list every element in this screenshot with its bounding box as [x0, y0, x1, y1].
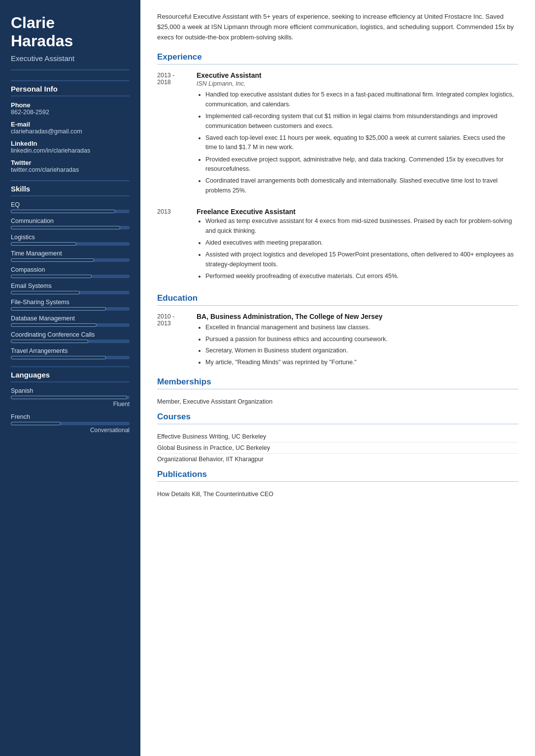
education-bullet: Excelled in financial management and bus… [205, 323, 518, 332]
skill-name: EQ [11, 201, 130, 208]
experience-bullets-list: Worked as temp executive assistant for 4… [197, 217, 518, 281]
skill-item: Communication [11, 218, 130, 229]
experience-company: ISN Lipmann, Inc. [197, 80, 518, 87]
experience-bullet: Coordinated travel arrangements both dom… [205, 176, 518, 195]
skill-item: EQ [11, 201, 130, 213]
sidebar: Clarie Haradas Executive Assistant Perso… [0, 0, 140, 756]
skills-list: EQ Communication Logistics Time Manageme… [11, 201, 130, 359]
skill-bar-fill [11, 210, 115, 213]
skill-bar-fill [11, 307, 106, 311]
skill-item: Compassion [11, 266, 130, 278]
summary-text: Resourceful Executive Assistant with 5+ … [157, 12, 518, 42]
experience-title: Freelance Executive Assistant [197, 208, 518, 216]
membership-item: Member, Executive Assistant Organization [157, 396, 518, 407]
language-bar-fill [11, 422, 61, 425]
language-bar-background [11, 422, 130, 425]
skill-bar-fill [11, 323, 97, 327]
education-section-title: Education [157, 293, 518, 306]
memberships-section-title: Memberships [157, 377, 518, 389]
personal-info-item: Phone862-208-2592 [11, 101, 130, 116]
skill-item: Database Management [11, 315, 130, 327]
experience-section-title: Experience [157, 52, 518, 64]
personal-info-item: E-mailclarieharadas@gmail.com [11, 121, 130, 135]
skill-bar-background [11, 291, 130, 294]
experience-bullet: Provided executive project support, admi… [205, 155, 518, 174]
language-bar-background [11, 396, 130, 399]
skill-name: Communication [11, 218, 130, 224]
skill-bar-fill [11, 258, 94, 262]
language-item: French Conversational [11, 413, 130, 434]
personal-info-item: LinkedInlinkedin.com/in/clarieharadas [11, 140, 130, 154]
publications-section-title: Publications [157, 470, 518, 482]
skill-bar-background [11, 210, 130, 213]
personal-info-label: Phone [11, 101, 130, 109]
personal-info-section-title: Personal Info [11, 80, 130, 96]
education-entry: 2010 -2013 BA, Business Administration, … [157, 313, 518, 369]
experience-bullet: Handled top executive assistant duties f… [205, 90, 518, 109]
personal-info-label: Twitter [11, 159, 130, 166]
experience-bullet: Assisted with project logistics and deve… [205, 250, 518, 269]
skill-bar-fill [11, 226, 120, 229]
skill-name: Time Management [11, 250, 130, 257]
skill-item: Logistics [11, 234, 130, 246]
skills-section-title: Skills [11, 180, 130, 196]
skill-bar-fill [11, 356, 106, 359]
personal-info-label: E-mail [11, 121, 130, 128]
publications-list: How Details Kill, The Counterintuitive C… [157, 489, 518, 500]
course-item: Organizational Behavior, IIT Kharagpur [157, 454, 518, 465]
education-bullets-list: Excelled in financial management and bus… [197, 323, 518, 367]
candidate-title: Executive Assistant [11, 54, 130, 70]
education-list: 2010 -2013 BA, Business Administration, … [157, 313, 518, 369]
language-name: French [11, 413, 130, 420]
experience-entry: 2013 -2018 Executive Assistant ISN Lipma… [157, 71, 518, 198]
experience-bullet: Worked as temp executive assistant for 4… [205, 217, 518, 236]
personal-info-item: Twittertwitter.com/clarieharadas [11, 159, 130, 173]
main-content: Resourceful Executive Assistant with 5+ … [140, 0, 535, 756]
personal-info-label: LinkedIn [11, 140, 130, 147]
resume-container: Clarie Haradas Executive Assistant Perso… [0, 0, 535, 756]
skill-item: Time Management [11, 250, 130, 262]
languages-section-title: Languages [11, 366, 130, 382]
languages-list: Spanish Fluent French Conversational [11, 387, 130, 434]
experience-title: Executive Assistant [197, 71, 518, 79]
skill-item: Travel Arrangements [11, 347, 130, 359]
personal-info-list: Phone862-208-2592E-mailclarieharadas@gma… [11, 101, 130, 173]
experience-entry: 2013 Freelance Executive Assistant Worke… [157, 208, 518, 284]
experience-body: Executive Assistant ISN Lipmann, Inc. Ha… [197, 71, 518, 198]
skill-bar-background [11, 307, 130, 311]
experience-list: 2013 -2018 Executive Assistant ISN Lipma… [157, 71, 518, 284]
personal-info-value: clarieharadas@gmail.com [11, 128, 130, 135]
experience-bullet: Saved each top-level exec 11 hours per w… [205, 133, 518, 153]
skill-bar-background [11, 226, 130, 229]
experience-bullet: Aided executives with meeting preparatio… [205, 238, 518, 248]
experience-bullets-list: Handled top executive assistant duties f… [197, 90, 518, 195]
skill-name: Logistics [11, 234, 130, 241]
experience-dates: 2013 -2018 [157, 71, 197, 198]
skill-bar-fill [11, 291, 80, 294]
skill-bar-background [11, 242, 130, 246]
experience-body: Freelance Executive Assistant Worked as … [197, 208, 518, 284]
education-bullet: Pursued a passion for business ethics an… [205, 335, 518, 344]
course-item: Global Business in Practice, UC Berkeley [157, 442, 518, 454]
skill-bar-background [11, 275, 130, 278]
memberships-list: Member, Executive Assistant Organization [157, 396, 518, 407]
education-dates: 2010 -2013 [157, 313, 197, 369]
skill-item: Coordinating Conference Calls [11, 331, 130, 343]
experience-bullet: Implemented call-recording system that c… [205, 112, 518, 131]
skill-name: Coordinating Conference Calls [11, 331, 130, 338]
skill-item: File-Sharing Systems [11, 299, 130, 311]
skill-bar-background [11, 323, 130, 327]
education-body: BA, Business Administration, The College… [197, 313, 518, 369]
skill-item: Email Systems [11, 283, 130, 294]
skill-name: Travel Arrangements [11, 347, 130, 354]
language-level: Conversational [11, 427, 130, 434]
courses-list: Effective Business Writing, UC BerkeleyG… [157, 431, 518, 465]
language-bar-fill [11, 396, 127, 399]
skill-name: Database Management [11, 315, 130, 322]
skill-bar-background [11, 340, 130, 343]
candidate-name: Clarie Haradas [11, 14, 130, 50]
courses-section-title: Courses [157, 412, 518, 424]
skill-name: File-Sharing Systems [11, 299, 130, 306]
skill-bar-fill [11, 340, 88, 343]
skill-name: Email Systems [11, 283, 130, 289]
